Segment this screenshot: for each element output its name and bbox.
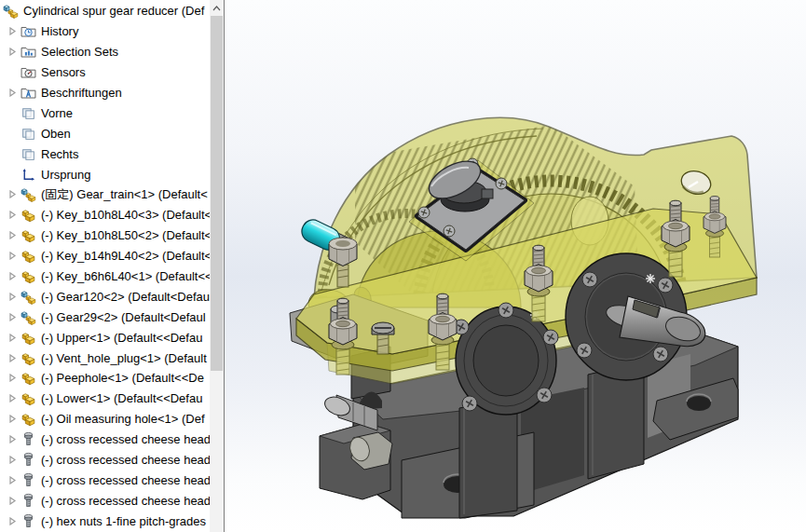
tree-item[interactable]: (-) Peephole<1> (Default<<De xyxy=(0,368,210,389)
tree-item-label: (-) hex nuts 1-fine pitch-grades xyxy=(41,514,206,528)
scrollbar-up-button[interactable] xyxy=(210,0,224,16)
tree-item-label: Vorne xyxy=(41,106,73,120)
expand-arrow-icon[interactable] xyxy=(6,46,19,59)
tree-item[interactable]: Sensors xyxy=(0,62,210,83)
annotations-icon xyxy=(20,85,36,101)
model-3d-gear-reducer[interactable] xyxy=(225,0,806,532)
flange-screw[interactable] xyxy=(499,303,513,318)
flange-screw[interactable] xyxy=(658,278,673,293)
flange-screw[interactable] xyxy=(543,330,558,345)
flange-screw[interactable] xyxy=(577,343,592,358)
expand-arrow-icon[interactable] xyxy=(6,250,19,263)
expand-arrow-icon[interactable] xyxy=(6,290,19,303)
expand-arrow-icon[interactable] xyxy=(6,87,19,100)
history-icon xyxy=(20,23,36,39)
feature-manager-panel: Cylindrical spur gear reducer (Def Histo… xyxy=(0,0,225,532)
tree-item-label: (-) Key_b10h8L50<2> (Default< xyxy=(41,228,210,242)
part-icon xyxy=(20,350,36,366)
expand-arrow-icon[interactable] xyxy=(6,473,19,486)
expand-arrow-icon[interactable] xyxy=(6,188,19,201)
flange-screw[interactable] xyxy=(653,347,668,361)
cover-screw[interactable] xyxy=(418,207,430,218)
mounting-hole xyxy=(687,396,711,411)
expand-arrow-icon[interactable] xyxy=(6,514,19,527)
tree-item-label: Cylindrical spur gear reducer (Def xyxy=(23,4,204,18)
tree-item[interactable]: Cylindrical spur gear reducer (Def xyxy=(0,1,210,21)
tree-item[interactable]: (-) Lower<1> (Default<<Defau xyxy=(0,389,210,409)
tree-item-label: (-) Key_b10h8L40<3> (Default< xyxy=(41,208,210,222)
solidworks-window: Cylindrical spur gear reducer (Def Histo… xyxy=(0,0,806,532)
expand-arrow-icon[interactable] xyxy=(6,310,19,323)
tree-item-label: (-) Gear29<2> (Default<Defaul xyxy=(41,310,206,324)
tree-item[interactable]: (-) Upper<1> (Default<<Defau xyxy=(0,327,210,348)
part-icon xyxy=(20,248,36,264)
tree-item[interactable]: History xyxy=(0,21,210,42)
expand-arrow-icon[interactable] xyxy=(6,209,19,222)
plane-icon xyxy=(20,126,36,142)
tree-item[interactable]: (-) Oil measuring hole<1> (Def xyxy=(0,409,210,430)
tree-item[interactable]: (-) Gear120<2> (Default<Defau xyxy=(0,286,210,307)
origin-icon xyxy=(20,167,36,183)
tree-item[interactable]: Vorne xyxy=(0,102,210,123)
expand-arrow-icon[interactable] xyxy=(6,454,19,467)
tree-item[interactable]: (-) cross recessed cheese head xyxy=(0,490,210,511)
tree-item-label: (-) cross recessed cheese head xyxy=(41,494,210,508)
tree-item[interactable]: (-) cross recessed cheese head xyxy=(0,430,210,450)
assembly-icon xyxy=(20,186,36,202)
tree-item[interactable]: (-) cross recessed cheese head xyxy=(0,450,210,471)
graphics-viewport[interactable] xyxy=(225,0,806,532)
tree-item[interactable]: (-) Key_b10h8L40<3> (Default< xyxy=(0,205,210,225)
flange-screw[interactable] xyxy=(462,396,477,411)
part-icon xyxy=(20,370,36,386)
tree-item[interactable]: Beschriftungen xyxy=(0,83,210,103)
glint xyxy=(646,274,655,283)
tree-item-label: (-) cross recessed cheese head xyxy=(41,453,210,467)
expand-arrow-icon[interactable] xyxy=(6,433,19,446)
expand-arrow-icon[interactable] xyxy=(6,25,19,38)
tree-item-label: (-) Upper<1> (Default<<Defau xyxy=(41,331,202,345)
sensors-icon xyxy=(20,64,36,80)
tree-item-label: Ursprung xyxy=(41,168,90,182)
tree-item-label: Rechts xyxy=(41,147,78,161)
tree-item-label: (-) Vent_hole_plug<1> (Default xyxy=(41,351,207,365)
tree-item-label: History xyxy=(41,24,78,38)
scrollbar-thumb[interactable] xyxy=(211,16,223,371)
tree-item[interactable]: (-) Key_b14h9L40<2> (Default< xyxy=(0,246,210,266)
tree-item[interactable]: (-) hex nuts 1-fine pitch-grades xyxy=(0,511,210,531)
tree-item[interactable]: (-) Key_b10h8L50<2> (Default< xyxy=(0,225,210,246)
tree-item[interactable]: Selection Sets xyxy=(0,42,210,62)
part-icon xyxy=(20,390,36,406)
expand-arrow-icon[interactable] xyxy=(6,229,19,242)
tree-item[interactable]: (-) Vent_hole_plug<1> (Default xyxy=(0,348,210,368)
tree-item-label: (固定) Gear_train<1> (Default< xyxy=(41,186,208,203)
expand-arrow-icon[interactable] xyxy=(6,413,19,426)
tree-item-label: Sensors xyxy=(41,65,86,79)
flange-screw[interactable] xyxy=(582,272,597,287)
cover-screw[interactable] xyxy=(444,225,455,237)
tree-item-label: Beschriftungen xyxy=(41,86,122,100)
tree-item-label: (-) Lower<1> (Default<<Defau xyxy=(41,391,202,405)
tree-item[interactable]: (-) Key_b6h6L40<1> (Default<< xyxy=(0,266,210,287)
tree-item[interactable]: (-) Gear29<2> (Default<Defaul xyxy=(0,307,210,327)
tree-item[interactable]: (固定) Gear_train<1> (Default< xyxy=(0,184,210,205)
expand-arrow-icon[interactable] xyxy=(6,494,19,507)
expand-arrow-icon[interactable] xyxy=(6,331,19,344)
tree-item-label: (-) Oil measuring hole<1> (Def xyxy=(41,412,205,426)
plane-icon xyxy=(20,146,36,162)
tree-item[interactable]: Oben xyxy=(0,123,210,143)
flange-screw[interactable] xyxy=(537,388,552,402)
expand-arrow-icon[interactable] xyxy=(6,351,19,364)
expand-arrow-icon[interactable] xyxy=(6,270,19,283)
expand-arrow-icon[interactable] xyxy=(6,392,19,405)
tree-item[interactable]: Ursprung xyxy=(0,164,210,184)
tree-item-label: (-) Key_b6h6L40<1> (Default<< xyxy=(41,269,210,283)
tree-item[interactable]: (-) cross recessed cheese head xyxy=(0,470,210,490)
cover-screw[interactable] xyxy=(496,178,507,189)
tree-item[interactable]: Rechts xyxy=(0,143,210,164)
tree-item-label: (-) cross recessed cheese head xyxy=(41,432,210,446)
expand-arrow-icon[interactable] xyxy=(6,372,19,385)
tree-item-label: (-) Peephole<1> (Default<<De xyxy=(41,371,204,385)
tree-scrollbar[interactable] xyxy=(210,0,224,532)
part-icon xyxy=(20,411,36,427)
assembly-icon xyxy=(20,309,36,325)
